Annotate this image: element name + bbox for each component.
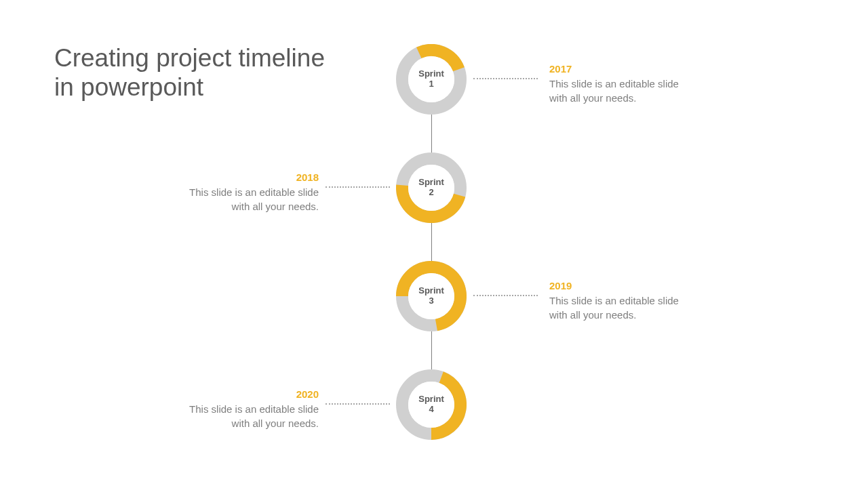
entry-description: This slide is an editable slide with all… bbox=[549, 294, 698, 322]
sprint-label: Sprint bbox=[418, 394, 444, 405]
timeline-node: Sprint 3 bbox=[396, 261, 467, 331]
year-label: 2017 bbox=[549, 62, 698, 76]
timeline-node: Sprint 1 bbox=[396, 44, 467, 115]
node-inner: Sprint 2 bbox=[408, 165, 454, 211]
timeline-node: Sprint 4 bbox=[396, 369, 467, 440]
entry-description: This slide is an editable slide with all… bbox=[170, 403, 319, 430]
sprint-label: Sprint bbox=[418, 69, 444, 79]
year-label: 2018 bbox=[170, 171, 319, 184]
timeline-entry: 2017 This slide is an editable slide wit… bbox=[549, 62, 698, 105]
entry-description: This slide is an editable slide with all… bbox=[549, 77, 698, 105]
sprint-number: 4 bbox=[429, 405, 433, 415]
timeline-entry: 2019 This slide is an editable slide wit… bbox=[549, 279, 698, 322]
year-label: 2020 bbox=[170, 388, 319, 401]
slide-title: Creating project timeline in powerpoint bbox=[54, 44, 346, 102]
sprint-number: 2 bbox=[429, 188, 433, 198]
year-label: 2019 bbox=[549, 279, 698, 293]
connector-dots bbox=[473, 78, 538, 79]
sprint-number: 3 bbox=[429, 296, 433, 306]
connector-dots bbox=[473, 295, 538, 296]
sprint-number: 1 bbox=[429, 79, 433, 89]
timeline-node: Sprint 2 bbox=[396, 152, 467, 223]
timeline-entry: 2020 This slide is an editable slide wit… bbox=[170, 388, 319, 430]
sprint-label: Sprint bbox=[418, 178, 444, 188]
entry-description: This slide is an editable slide with all… bbox=[170, 186, 319, 214]
connector-dots bbox=[326, 186, 390, 188]
timeline-entry: 2018 This slide is an editable slide wit… bbox=[170, 171, 319, 214]
slide-canvas: Creating project timeline in powerpoint … bbox=[0, 0, 868, 488]
node-inner: Sprint 4 bbox=[408, 382, 454, 428]
node-inner: Sprint 1 bbox=[408, 56, 454, 102]
sprint-label: Sprint bbox=[418, 286, 444, 296]
node-inner: Sprint 3 bbox=[408, 273, 454, 319]
connector-dots bbox=[326, 403, 390, 405]
